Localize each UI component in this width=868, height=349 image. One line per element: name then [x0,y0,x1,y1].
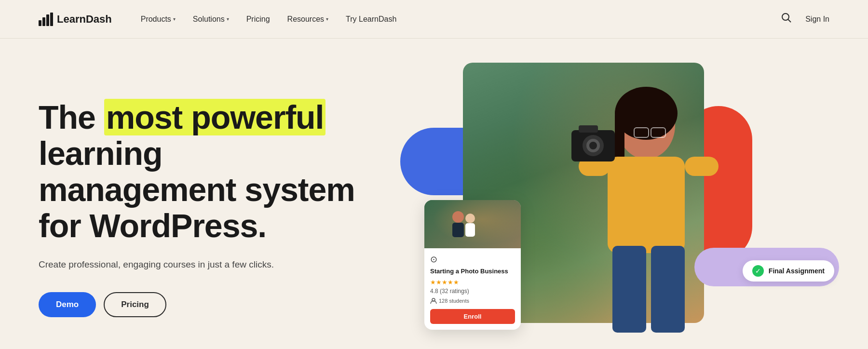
course-rating: 4.8 (32 ratings) [430,288,515,295]
svg-rect-26 [465,223,475,237]
check-icon: ✓ [752,265,764,277]
pricing-button[interactable]: Pricing [104,292,166,317]
signin-link[interactable]: Sign In [805,15,829,24]
hero-visuals: ⊙ Starting a Photo Business ★★★★★ 4.8 (3… [386,39,868,349]
svg-rect-0 [39,20,41,26]
nav-right: Sign In [781,13,829,26]
svg-rect-3 [50,13,53,26]
course-students: 128 students [430,297,515,304]
svg-point-25 [465,214,475,223]
navbar: LearnDash Products ▾ Solutions ▾ Pricing… [0,0,868,39]
solutions-chevron-icon: ▾ [227,16,229,22]
svg-rect-1 [42,17,45,26]
hero-headline: The most powerful learning management sy… [39,99,357,243]
course-stars: ★★★★★ [430,279,515,286]
resources-chevron-icon: ▾ [326,16,328,22]
card-image-svg [424,200,502,248]
hero-section: The most powerful learning management sy… [0,39,868,349]
logo-text: LearnDash [57,13,112,26]
course-card-body: ⊙ Starting a Photo Business ★★★★★ 4.8 (3… [424,248,521,330]
logo[interactable]: LearnDash [39,13,112,26]
demo-button[interactable]: Demo [39,292,96,317]
final-badge-text: Final Assignment [769,267,825,275]
course-card-icon: ⊙ [430,254,515,265]
svg-rect-21 [651,246,685,333]
hero-subtext: Create professional, engaging courses in… [39,258,357,272]
svg-line-5 [788,20,791,23]
svg-point-23 [452,211,464,223]
final-assignment-badge: ✓ Final Assignment [743,260,834,282]
svg-rect-12 [685,157,719,176]
nav-try-learndash[interactable]: Try LearnDash [346,15,396,24]
search-button[interactable] [781,13,792,26]
course-card: ⊙ Starting a Photo Business ★★★★★ 4.8 (3… [424,200,521,330]
svg-rect-20 [612,246,646,333]
enroll-button[interactable]: Enroll [430,309,515,324]
course-card-title: Starting a Photo Business [430,268,515,276]
svg-point-17 [589,142,597,149]
nav-solutions[interactable]: Solutions ▾ [193,15,229,24]
svg-rect-2 [46,14,49,26]
woman-photo [530,67,733,337]
students-icon [430,297,437,304]
nav-products[interactable]: Products ▾ [141,15,176,24]
nav-resources[interactable]: Resources ▾ [287,15,328,24]
svg-point-4 [782,13,789,20]
svg-rect-14 [579,125,598,133]
course-card-image [424,200,521,248]
nav-pricing[interactable]: Pricing [246,15,270,24]
hero-buttons: Demo Pricing [39,292,357,317]
products-chevron-icon: ▾ [173,16,176,22]
woman-svg [530,67,733,337]
svg-rect-10 [608,157,685,253]
svg-rect-24 [452,223,464,237]
nav-links: Products ▾ Solutions ▾ Pricing Resources… [141,15,781,24]
logo-icon [39,13,53,26]
hero-text: The most powerful learning management sy… [39,99,357,317]
